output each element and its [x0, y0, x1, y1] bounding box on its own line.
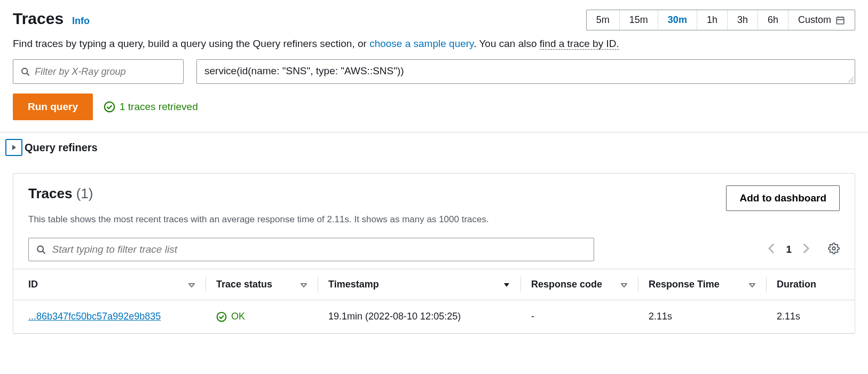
cell-response-time: 2.11s [638, 300, 766, 333]
column-response-time-label: Response Time [649, 279, 720, 290]
column-response-code-label: Response code [531, 279, 602, 290]
time-option-1h[interactable]: 1h [697, 10, 728, 30]
instructions-pre: Find traces by typing a query, build a q… [13, 38, 369, 49]
info-link[interactable]: Info [72, 15, 90, 27]
svg-line-5 [27, 73, 29, 75]
svg-marker-13 [189, 284, 194, 287]
page-title: Traces [13, 10, 64, 28]
traces-title-text: Traces [28, 185, 72, 201]
svg-line-11 [43, 251, 45, 253]
instructions-text: Find traces by typing a query, build a q… [0, 30, 868, 50]
svg-point-10 [37, 246, 43, 252]
svg-marker-15 [504, 283, 509, 287]
query-refiners-toggle[interactable] [5, 139, 22, 156]
pagination-prev[interactable] [768, 243, 775, 256]
cell-duration: 2.11s [766, 300, 855, 333]
run-query-button[interactable]: Run query [13, 94, 93, 120]
trace-list-filter[interactable] [28, 238, 594, 261]
find-trace-by-id-link[interactable]: find a trace by ID. [540, 38, 619, 50]
table-settings-button[interactable] [828, 243, 840, 256]
column-timestamp-label: Timestamp [328, 279, 379, 290]
svg-rect-0 [837, 17, 844, 24]
xray-group-input[interactable] [35, 66, 176, 77]
resize-handle-icon[interactable] [847, 76, 854, 82]
status-badge: OK [216, 311, 307, 322]
traces-panel-subtitle: This table shows the most recent traces … [13, 211, 855, 225]
gear-icon [828, 243, 840, 254]
svg-marker-9 [12, 145, 16, 150]
column-header-duration[interactable]: Duration [766, 269, 855, 300]
traces-table: ID Trace status Timestamp [13, 269, 855, 333]
cell-timestamp: 19.1min (2022-08-10 12:05:25) [318, 300, 520, 333]
trace-id-link[interactable]: ...86b347fc50bc57a992e9b835 [28, 311, 161, 322]
query-value: service(id(name: "SNS", type: "AWS::SNS"… [204, 65, 404, 76]
table-row: ...86b347fc50bc57a992e9b835 OK 19.1min (… [13, 300, 855, 333]
column-header-status[interactable]: Trace status [206, 269, 318, 300]
sort-icon [188, 282, 195, 288]
svg-line-7 [851, 80, 854, 82]
time-option-5m[interactable]: 5m [587, 10, 620, 30]
column-header-id[interactable]: ID [13, 269, 206, 300]
search-icon [36, 245, 45, 254]
column-header-response-code[interactable]: Response code [520, 269, 638, 300]
sort-icon [301, 282, 307, 288]
query-textarea[interactable]: service(id(name: "SNS", type: "AWS::SNS"… [196, 59, 855, 84]
traces-panel: Traces (1) Add to dashboard This table s… [13, 173, 855, 334]
column-header-timestamp[interactable]: Timestamp [318, 269, 520, 300]
svg-point-18 [217, 312, 226, 321]
cell-response-code: - [520, 300, 638, 333]
pagination-next[interactable] [802, 243, 810, 256]
triangle-right-icon [11, 144, 17, 151]
pagination-page: 1 [786, 244, 792, 255]
column-id-label: ID [28, 279, 38, 290]
sample-query-link[interactable]: choose a sample query [369, 38, 474, 49]
calendar-icon [835, 15, 845, 25]
time-range-picker: 5m 15m 30m 1h 3h 6h Custom [586, 10, 855, 30]
search-icon [21, 67, 29, 76]
column-status-label: Trace status [216, 279, 272, 290]
sort-icon [621, 282, 627, 288]
xray-group-filter[interactable] [13, 59, 184, 84]
instructions-mid: . You can also [474, 38, 540, 49]
svg-marker-17 [749, 284, 755, 287]
traces-count: (1) [76, 185, 93, 201]
time-option-custom[interactable]: Custom [788, 10, 855, 30]
time-option-15m[interactable]: 15m [620, 10, 658, 30]
svg-marker-14 [301, 284, 306, 287]
svg-marker-16 [621, 284, 627, 287]
query-status: 1 traces retrieved [104, 101, 198, 113]
time-option-3h[interactable]: 3h [728, 10, 758, 30]
check-circle-icon [104, 101, 115, 113]
traces-panel-title: Traces (1) [28, 185, 93, 201]
pagination: 1 [768, 243, 840, 256]
query-refiners-label: Query refiners [25, 142, 98, 154]
time-option-30m[interactable]: 30m [658, 10, 697, 30]
column-duration-label: Duration [777, 279, 816, 290]
svg-point-12 [832, 247, 835, 250]
sort-icon [749, 282, 755, 288]
svg-line-6 [848, 77, 854, 82]
svg-point-4 [22, 68, 27, 74]
sort-desc-icon [503, 282, 510, 288]
add-to-dashboard-button[interactable]: Add to dashboard [726, 185, 840, 211]
time-custom-label: Custom [798, 14, 831, 26]
chevron-right-icon [802, 243, 810, 254]
time-option-6h[interactable]: 6h [758, 10, 788, 30]
trace-list-filter-input[interactable] [52, 244, 586, 255]
chevron-left-icon [768, 243, 775, 254]
svg-point-8 [105, 102, 114, 112]
status-text: OK [231, 311, 245, 322]
column-header-response-time[interactable]: Response Time [638, 269, 766, 300]
query-status-text: 1 traces retrieved [120, 101, 198, 113]
check-circle-icon [216, 311, 227, 322]
